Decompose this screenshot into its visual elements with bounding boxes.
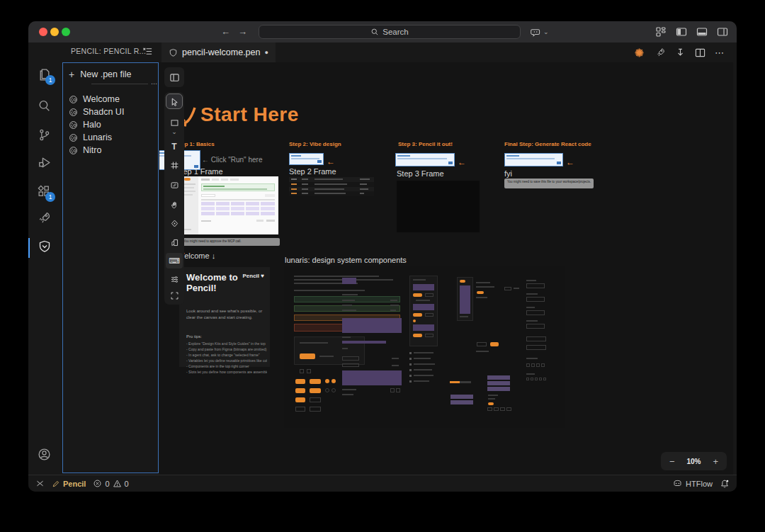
pencil-resources-panel: + New .pen file ... Welcome Shadcn UI Ha… xyxy=(62,62,159,473)
step2-frame[interactable] xyxy=(289,177,374,196)
zoom-out-button[interactable]: − xyxy=(669,456,675,467)
notifications-bell[interactable] xyxy=(720,479,730,489)
final-step-title[interactable]: Final Step: Generate React code xyxy=(504,141,591,147)
step1-note[interactable]: You might need to approve the MCP call. xyxy=(181,238,280,246)
decorative-shape xyxy=(184,194,193,196)
decorative-shape xyxy=(392,358,399,359)
variables-diamond-tool[interactable] xyxy=(166,215,183,231)
back-button[interactable]: ← xyxy=(221,26,230,37)
step1-frame[interactable] xyxy=(183,176,278,234)
rocket-extension-icon[interactable] xyxy=(28,205,60,230)
toggle-panel-icon[interactable] xyxy=(696,26,708,38)
sidebar-item-nitro[interactable]: Nitro xyxy=(69,145,101,155)
extensions-badge: 1 xyxy=(45,192,55,202)
shape-tool-chevron-icon[interactable]: ⌄ xyxy=(166,128,183,136)
lunaris-frame-label[interactable]: lunaris: design system components xyxy=(285,256,407,264)
sidebar-item-lunaris[interactable]: Lunaris xyxy=(69,132,112,142)
problems-status-item[interactable]: 0 0 xyxy=(93,479,128,488)
toggle-layers-panel-button[interactable] xyxy=(164,67,184,87)
fyi-label[interactable]: fyi xyxy=(504,169,512,178)
arrow-left-icon: ← xyxy=(327,157,335,166)
step2-title[interactable]: Step 2: Vibe design xyxy=(289,141,341,147)
more-actions-icon[interactable]: ⋯ xyxy=(715,47,724,58)
decorative-shape xyxy=(216,207,230,210)
step3-frame[interactable] xyxy=(397,181,480,232)
palette-icon xyxy=(69,108,78,117)
import-down-icon[interactable] xyxy=(675,47,686,58)
step2-frame-label[interactable]: Step 2 Frame xyxy=(289,167,336,176)
tab-pencil-welcome[interactable]: pencil-welcome.pen ● xyxy=(162,43,276,62)
settings-sliders-tool[interactable] xyxy=(166,271,183,287)
final-thumbnail[interactable] xyxy=(504,153,563,166)
decorative-shape xyxy=(450,400,473,404)
select-tool[interactable] xyxy=(166,94,183,109)
extensions-icon[interactable]: 1 xyxy=(28,179,60,203)
search-view-icon[interactable] xyxy=(28,94,60,118)
zoom-in-button[interactable]: + xyxy=(713,456,718,467)
sidebar-title: PENCIL: PENCIL R... xyxy=(71,47,146,55)
start-here-heading[interactable]: Start Here xyxy=(200,103,299,126)
collapse-editors-icon[interactable] xyxy=(142,46,153,57)
run-debug-icon[interactable] xyxy=(28,150,60,174)
step3-title[interactable]: Step 3: Pencil it out! xyxy=(398,141,453,147)
decorative-shape xyxy=(314,193,346,194)
decorative-shape xyxy=(342,290,353,291)
pencil-spark-icon[interactable] xyxy=(633,47,645,59)
pencil-brand: Pencil ♥ xyxy=(242,273,264,279)
pencil-status-item[interactable]: Pencil xyxy=(52,480,86,488)
minimize-window-button[interactable] xyxy=(50,28,59,36)
decorative-shape xyxy=(414,358,431,359)
decorative-shape xyxy=(526,373,535,375)
new-pen-file-button[interactable]: + New .pen file xyxy=(69,69,131,80)
palette-icon xyxy=(69,95,78,104)
source-control-icon[interactable] xyxy=(28,123,60,147)
close-window-button[interactable] xyxy=(39,28,47,36)
fullscreen-expand-tool[interactable] xyxy=(166,288,183,303)
sidebar-item-welcome[interactable]: Welcome xyxy=(69,94,120,104)
decorative-shape xyxy=(325,388,329,392)
modified-dot-icon[interactable]: ● xyxy=(264,49,268,56)
step3-frame-label[interactable]: Step 3 Frame xyxy=(397,169,444,178)
split-editor-icon[interactable] xyxy=(695,47,706,58)
step3-thumbnail[interactable] xyxy=(395,153,455,166)
hand-tool[interactable] xyxy=(166,197,183,213)
decorative-shape xyxy=(476,351,489,352)
toggle-primary-sidebar-icon[interactable] xyxy=(676,26,687,38)
explorer-icon[interactable]: 1 xyxy=(28,62,60,86)
screen: ← → Search ⌄ 1 xyxy=(0,0,765,532)
decorative-shape xyxy=(291,155,301,157)
click-run-annotation[interactable]: ← Click "Run" here xyxy=(202,156,262,164)
remote-indicator[interactable] xyxy=(35,479,45,488)
pages-tool[interactable] xyxy=(166,234,183,250)
decorative-shape xyxy=(332,379,336,383)
sidebar-item-shadcn-ui[interactable]: Shadcn UI xyxy=(69,107,124,117)
text-tool[interactable]: T xyxy=(166,139,183,154)
zoom-window-button[interactable] xyxy=(62,28,70,36)
decorative-shape xyxy=(212,179,219,181)
toggle-secondary-sidebar-icon[interactable] xyxy=(717,26,728,38)
customize-layout-icon[interactable] xyxy=(655,26,667,38)
copilot-menu[interactable]: ⌄ xyxy=(530,21,549,43)
overflow-ellipsis[interactable]: ... xyxy=(151,77,157,86)
note-tool[interactable] xyxy=(166,177,183,193)
welcome-card[interactable]: Welcome to Pencil! Pencil ♥ Look around … xyxy=(179,267,270,367)
assistant-status-item[interactable]: HTFlow xyxy=(672,478,713,489)
pencil-shield-icon[interactable] xyxy=(28,234,60,259)
zoom-level[interactable]: 10% xyxy=(686,458,701,465)
keyboard-shortcuts-tool[interactable]: ⌨ xyxy=(166,253,183,268)
step2-thumbnail[interactable] xyxy=(289,153,324,165)
frame-tool[interactable] xyxy=(166,157,183,173)
decorative-shape xyxy=(526,283,545,288)
forward-button[interactable]: → xyxy=(238,26,247,37)
copilot-face-icon xyxy=(672,478,683,489)
palette-icon xyxy=(69,120,78,130)
command-center-search[interactable]: Search xyxy=(259,25,521,39)
lunaris-frame[interactable] xyxy=(284,266,565,428)
decorative-shape xyxy=(342,363,359,367)
accounts-icon[interactable] xyxy=(28,442,60,466)
decorative-shape xyxy=(246,212,259,215)
design-canvas[interactable]: Start Here Step 1: Basics Step 2: Vibe d… xyxy=(159,62,733,475)
rocket-action-icon[interactable] xyxy=(654,47,666,58)
sidebar-item-halo[interactable]: Halo xyxy=(69,120,101,130)
fyi-note[interactable]: You might need to save this file to your… xyxy=(504,179,594,188)
